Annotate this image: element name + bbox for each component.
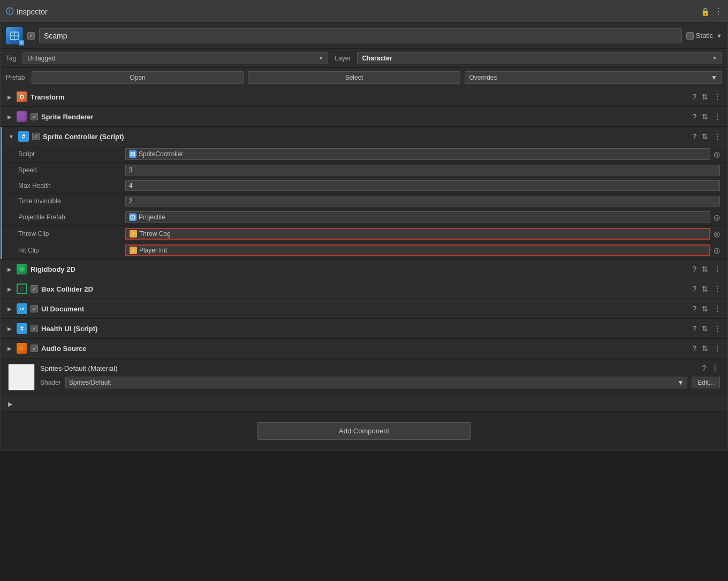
ui-document-checkbox[interactable]: ✓ <box>31 305 38 312</box>
field-script: Script SpriteController ◎ <box>2 146 727 163</box>
layer-value: Character <box>362 55 392 62</box>
component-sprite-renderer-header[interactable]: ▶ ✓ Sprite Renderer ? ⇅ ⋮ <box>1 107 727 126</box>
gameobject-icon: ▾ <box>6 27 23 44</box>
gameobject-name-input[interactable] <box>39 28 682 43</box>
component-audio-source: ▶ ✓ Audio Source ? ⇅ ⋮ <box>1 339 727 358</box>
layer-dropdown[interactable]: Character ▼ <box>357 52 722 64</box>
ui-document-settings-icon[interactable]: ⇅ <box>701 304 709 313</box>
static-checkbox[interactable] <box>686 32 694 40</box>
field-throw-clip-value[interactable]: ♪ Throw Cog <box>125 228 710 240</box>
prefab-overrides-button[interactable]: Overrides ▼ <box>465 71 723 84</box>
box-collider-checkbox[interactable]: ✓ <box>31 285 38 293</box>
throw-clip-audio-icon: ♪ <box>130 230 137 238</box>
field-hit-clip-value[interactable]: ♪ Player Hit <box>125 244 710 256</box>
add-component-section: Add Component <box>1 411 727 450</box>
hit-clip-target-icon[interactable]: ◎ <box>714 246 720 255</box>
rigidbody-menu-icon[interactable]: ⋮ <box>712 265 722 273</box>
lock-icon[interactable]: 🔒 <box>701 7 710 16</box>
material-menu-icon[interactable]: ⋮ <box>710 364 720 372</box>
sprite-renderer-menu-icon[interactable]: ⋮ <box>712 112 722 121</box>
sprite-renderer-checkbox[interactable]: ✓ <box>31 113 38 120</box>
shader-row: Shader Sprites/Default ▼ Edit... <box>40 377 720 388</box>
field-projectile-label: Projectile Prefab <box>18 213 125 221</box>
component-transform-header[interactable]: ▶ Transform ? ⇅ ⋮ <box>1 87 727 106</box>
ui-document-menu-icon[interactable]: ⋮ <box>712 304 722 313</box>
component-rigidbody-header[interactable]: ▶ Rigidbody 2D ? ⇅ ⋮ <box>1 259 727 279</box>
transform-help-icon[interactable]: ? <box>691 93 697 101</box>
field-time-invincible-input[interactable] <box>125 196 720 207</box>
rigidbody-settings-icon[interactable]: ⇅ <box>701 265 709 273</box>
component-ui-document-header[interactable]: ▶ UI ✓ UI Document ? ⇅ ⋮ <box>1 299 727 318</box>
panel-menu-icon[interactable]: ⋮ <box>714 6 722 17</box>
static-label: Static <box>696 32 714 40</box>
audio-source-checkbox[interactable]: ✓ <box>31 345 38 352</box>
component-box-collider-header[interactable]: ▶ □ ✓ Box Collider 2D ? ⇅ ⋮ <box>1 279 727 299</box>
ui-document-help-icon[interactable]: ? <box>691 304 697 313</box>
audio-source-settings-icon[interactable]: ⇅ <box>701 344 709 353</box>
component-health-ui-header[interactable]: ▶ # ✓ Health UI (Script) ? ⇅ ⋮ <box>1 319 727 338</box>
panel-header: ⓘ Inspector 🔒 ⋮ <box>1 1 727 23</box>
prefab-select-button[interactable]: Select <box>248 71 460 84</box>
transform-menu-icon[interactable]: ⋮ <box>712 93 722 101</box>
field-projectile-value[interactable]: Projectile <box>125 211 710 223</box>
add-component-button[interactable]: Add Component <box>257 422 471 440</box>
health-ui-settings-icon[interactable]: ⇅ <box>701 324 709 333</box>
shader-edit-button[interactable]: Edit... <box>692 377 720 388</box>
svg-marker-18 <box>19 345 23 351</box>
prefab-overrides-arrow: ▼ <box>711 74 717 81</box>
health-ui-checkbox[interactable]: ✓ <box>31 325 38 332</box>
box-collider-settings-icon[interactable]: ⇅ <box>701 285 709 293</box>
component-sprite-controller-header[interactable]: ▼ # ✓ Sprite Controller (Script) ? ⇅ ⋮ <box>2 127 727 146</box>
health-ui-menu-icon[interactable]: ⋮ <box>712 324 722 333</box>
sprite-renderer-help-icon[interactable]: ? <box>691 112 697 121</box>
field-throw-clip-name: Throw Cog <box>139 230 171 238</box>
field-max-health-input[interactable] <box>125 180 720 191</box>
component-health-ui: ▶ # ✓ Health UI (Script) ? ⇅ ⋮ <box>1 319 727 339</box>
box-collider-icon: □ <box>17 284 27 294</box>
sprite-renderer-settings-icon[interactable]: ⇅ <box>701 112 709 121</box>
panel-header-left: ⓘ Inspector <box>6 7 48 17</box>
material-name: Sprites-Default (Material) <box>40 364 118 372</box>
rigidbody-actions: ? ⇅ ⋮ <box>691 265 722 273</box>
rigidbody-help-icon[interactable]: ? <box>691 265 697 273</box>
field-speed-label: Speed <box>18 166 125 174</box>
transform-settings-icon[interactable]: ⇅ <box>701 93 709 101</box>
sprite-controller-checkbox[interactable]: ✓ <box>32 133 40 140</box>
component-audio-source-header[interactable]: ▶ ✓ Audio Source ? ⇅ ⋮ <box>1 339 727 358</box>
shader-label: Shader <box>40 379 61 386</box>
tag-dropdown[interactable]: Untagged ▼ <box>22 52 328 64</box>
gameobject-active-checkbox[interactable]: ✓ <box>27 32 35 40</box>
rigidbody-expand-arrow: ▶ <box>6 266 13 272</box>
box-collider-help-icon[interactable]: ? <box>691 285 697 293</box>
field-projectile-name: Projectile <box>139 213 165 221</box>
info-icon: ⓘ <box>6 7 13 17</box>
static-dropdown-arrow[interactable]: ▼ <box>716 33 722 39</box>
material-info: Sprites-Default (Material) ? ⋮ Shader Sp… <box>40 364 720 388</box>
shader-dropdown-arrow: ▼ <box>677 379 684 386</box>
sprite-renderer-icon <box>17 111 27 122</box>
box-collider-menu-icon[interactable]: ⋮ <box>712 285 722 293</box>
svg-point-3 <box>20 95 24 98</box>
shader-dropdown[interactable]: Sprites/Default ▼ <box>65 377 688 388</box>
health-ui-expand-arrow: ▶ <box>6 326 13 332</box>
material-expand-arrow: ▶ <box>8 401 12 407</box>
audio-source-menu-icon[interactable]: ⋮ <box>712 344 722 353</box>
sprite-renderer-actions: ? ⇅ ⋮ <box>691 112 722 121</box>
sprite-controller-help-icon[interactable]: ? <box>691 132 697 141</box>
audio-source-help-icon[interactable]: ? <box>691 344 697 353</box>
sprite-controller-settings-icon[interactable]: ⇅ <box>701 132 709 141</box>
prefab-open-button[interactable]: Open <box>32 71 244 84</box>
throw-clip-target-icon[interactable]: ◎ <box>714 230 720 238</box>
material-help-icon[interactable]: ? <box>701 364 707 372</box>
material-expand-row[interactable]: ▶ <box>1 396 727 411</box>
projectile-target-icon[interactable]: ◎ <box>714 213 720 221</box>
projectile-object-icon <box>129 213 136 221</box>
field-time-invincible: Time Invincible <box>2 194 727 209</box>
health-ui-help-icon[interactable]: ? <box>691 324 697 333</box>
field-script-value[interactable]: SpriteController <box>125 148 710 160</box>
script-target-icon[interactable]: ◎ <box>714 150 720 158</box>
audio-source-name: Audio Source <box>41 345 688 353</box>
sprite-controller-menu-icon[interactable]: ⋮ <box>712 132 722 141</box>
box-collider-actions: ? ⇅ ⋮ <box>691 285 722 293</box>
field-speed-input[interactable] <box>125 165 720 175</box>
